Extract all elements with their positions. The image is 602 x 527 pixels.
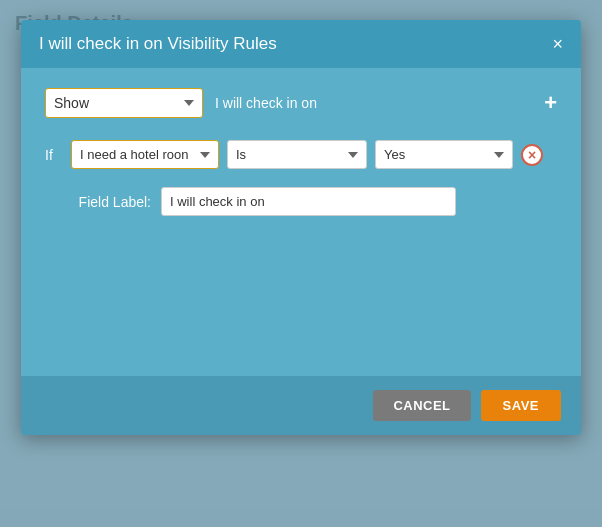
field-condition-dropdown[interactable]: I need a hotel roon	[71, 140, 219, 169]
show-dropdown[interactable]: Show	[45, 88, 203, 118]
modal-title: I will check in on Visibility Rules	[39, 34, 277, 54]
modal-close-button[interactable]: ×	[552, 35, 563, 53]
field-label-text: Field Label:	[71, 194, 151, 210]
field-label-input[interactable]	[161, 187, 456, 216]
if-label: If	[45, 147, 63, 163]
body-spacer	[45, 216, 557, 356]
show-row: Show I will check in on +	[45, 88, 557, 118]
cancel-button[interactable]: CANCEL	[373, 390, 470, 421]
value-dropdown[interactable]: Yes	[375, 140, 513, 169]
remove-icon: ×	[528, 148, 536, 162]
modal-footer: CANCEL SAVE	[21, 376, 581, 435]
show-label: I will check in on	[215, 95, 532, 111]
if-row: If I need a hotel roon Is Yes ×	[45, 140, 557, 169]
visibility-rules-modal: I will check in on Visibility Rules × Sh…	[21, 20, 581, 435]
remove-condition-button[interactable]: ×	[521, 144, 543, 166]
modal-body: Show I will check in on + If I need a ho…	[21, 68, 581, 376]
operator-dropdown[interactable]: Is	[227, 140, 367, 169]
modal-backdrop: I will check in on Visibility Rules × Sh…	[0, 0, 602, 527]
field-label-row: Field Label:	[71, 187, 557, 216]
save-button[interactable]: SAVE	[481, 390, 561, 421]
add-rule-button[interactable]: +	[544, 92, 557, 114]
modal-header: I will check in on Visibility Rules ×	[21, 20, 581, 68]
